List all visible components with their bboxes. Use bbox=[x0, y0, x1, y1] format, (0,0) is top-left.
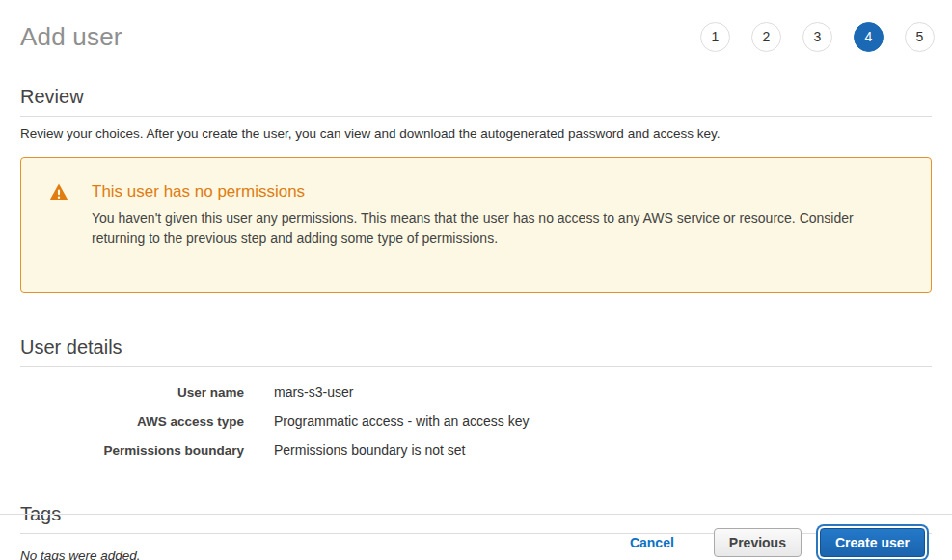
user-details-section: User details User name mars-s3-user AWS … bbox=[20, 336, 932, 460]
detail-label: Permissions boundary bbox=[20, 441, 244, 460]
warning-title: This user has no permissions bbox=[92, 182, 902, 201]
warning-body: You haven't given this user any permissi… bbox=[92, 208, 902, 249]
wizard-footer: Cancel Previous Create user bbox=[0, 514, 952, 560]
review-description: Review your choices. After you create th… bbox=[20, 126, 932, 141]
review-heading: Review bbox=[20, 86, 932, 117]
wizard-step-4-active[interactable]: 4 bbox=[854, 22, 884, 52]
main-content: Review Review your choices. After you cr… bbox=[0, 86, 952, 560]
warning-content: This user has no permissions You haven't… bbox=[92, 182, 902, 249]
detail-label: AWS access type bbox=[20, 413, 244, 431]
detail-value: mars-s3-user bbox=[274, 384, 353, 402]
user-details-heading: User details bbox=[20, 336, 932, 367]
review-section: Review Review your choices. After you cr… bbox=[20, 86, 932, 141]
wizard-steps: 1 2 3 4 5 bbox=[700, 22, 935, 52]
detail-row-permissions-boundary: Permissions boundary Permissions boundar… bbox=[20, 441, 932, 460]
page-title: Add user bbox=[20, 22, 122, 52]
add-user-wizard-page: Add user 1 2 3 4 5 Review Review your ch… bbox=[0, 0, 952, 560]
detail-row-user-name: User name mars-s3-user bbox=[20, 384, 932, 402]
wizard-step-5[interactable]: 5 bbox=[905, 22, 935, 52]
no-permissions-warning: This user has no permissions You haven't… bbox=[20, 157, 932, 293]
wizard-step-1[interactable]: 1 bbox=[700, 22, 730, 52]
wizard-header: Add user 1 2 3 4 5 bbox=[0, 0, 952, 56]
detail-value: Programmatic access - with an access key bbox=[274, 413, 530, 431]
wizard-step-3[interactable]: 3 bbox=[802, 22, 832, 52]
previous-button[interactable]: Previous bbox=[714, 528, 802, 557]
detail-row-access-type: AWS access type Programmatic access - wi… bbox=[20, 413, 932, 431]
detail-value: Permissions boundary is not set bbox=[274, 441, 465, 460]
wizard-step-2[interactable]: 2 bbox=[751, 22, 781, 52]
create-user-button[interactable]: Create user bbox=[820, 528, 925, 557]
warning-triangle-icon bbox=[49, 183, 68, 200]
user-details-rows: User name mars-s3-user AWS access type P… bbox=[20, 384, 932, 460]
detail-label: User name bbox=[20, 384, 244, 402]
cancel-link[interactable]: Cancel bbox=[630, 535, 674, 550]
